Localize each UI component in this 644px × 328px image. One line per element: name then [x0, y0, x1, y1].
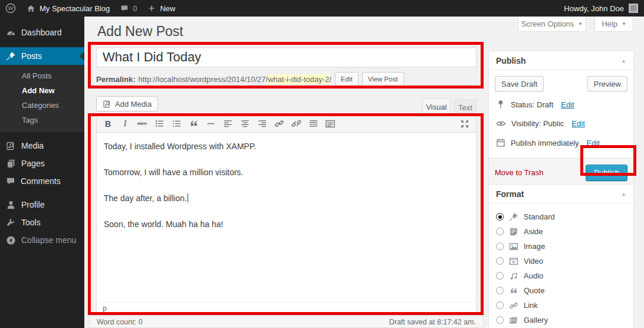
permalink-base-url: http://localhost/wordpress/2014/10/27/: [138, 75, 268, 84]
editor-toolbar: B I ABC: [97, 115, 476, 133]
gallery-icon: [509, 316, 518, 325]
insert-link-button[interactable]: [271, 117, 287, 131]
toolbar-toggle-icon: [325, 119, 336, 129]
permalink-slug[interactable]: what-i-did-today-2: [268, 74, 329, 84]
edit-schedule-link[interactable]: Edit: [587, 139, 600, 147]
view-post-button[interactable]: View Post: [362, 72, 404, 86]
current-menu-arrow: [80, 51, 84, 61]
edit-status-link[interactable]: Edit: [561, 100, 574, 109]
wrench-icon: [6, 218, 16, 228]
format-option-audio[interactable]: Audio: [495, 268, 627, 283]
bulleted-list-button[interactable]: [152, 117, 167, 131]
numbered-list-button[interactable]: [169, 117, 184, 131]
preview-button[interactable]: Preview: [587, 76, 627, 91]
posts-submenu: All Posts Add New Categories Tags: [0, 65, 84, 132]
sidebar-item-media[interactable]: Media: [0, 137, 84, 155]
radio-gallery[interactable]: [496, 316, 504, 324]
user-icon: [6, 200, 16, 210]
sidebar-item-comments[interactable]: Comments: [0, 172, 84, 190]
editor-paragraph: Tomorrow, I will have a million visitors…: [104, 166, 469, 178]
link-icon: [509, 301, 518, 310]
wordpress-logo-menu[interactable]: [0, 0, 21, 17]
site-name-link[interactable]: My Spectacular Blog: [21, 0, 115, 17]
collapse-arrow-icon: [6, 235, 16, 245]
radio-quote[interactable]: [496, 287, 504, 294]
format-option-image[interactable]: Image: [495, 239, 627, 254]
align-left-icon: [223, 119, 233, 129]
submenu-item-tags[interactable]: Tags: [0, 113, 84, 127]
format-option-link[interactable]: Link: [495, 298, 627, 313]
sidebar-item-tools[interactable]: Tools: [0, 214, 84, 231]
strikethrough-button[interactable]: ABC: [134, 117, 150, 131]
submenu-item-all-posts[interactable]: All Posts: [0, 68, 84, 83]
help-button[interactable]: Help ▼: [594, 17, 633, 32]
panel-toggle-icon[interactable]: ▲: [621, 58, 626, 64]
radio-audio[interactable]: [496, 272, 504, 280]
align-center-button[interactable]: [237, 117, 252, 131]
radio-standard[interactable]: [496, 213, 504, 221]
permalink-label: Permalink:: [96, 75, 135, 84]
user-avatar[interactable]: [629, 4, 638, 13]
editor-element-path: p: [97, 302, 476, 314]
add-media-button[interactable]: Add Media: [96, 96, 158, 111]
radio-link[interactable]: [496, 301, 504, 309]
tab-text[interactable]: Text: [454, 99, 477, 115]
publishing-actions: Move to Trash Publish: [489, 158, 633, 186]
editor-paragraph: Today, I installed Wordpress with XAMPP.: [104, 140, 469, 152]
wordpress-admin-screen: My Spectacular Blog 0 New Howdy, John Do…: [0, 0, 644, 328]
post-status-info-bar: Word count: 0 Draft saved at 8:17:42 am.: [89, 316, 484, 328]
toolbar-toggle-button[interactable]: [323, 117, 338, 131]
horizontal-rule-button[interactable]: [203, 117, 218, 131]
unlink-icon: [291, 119, 301, 129]
remove-link-button[interactable]: [288, 117, 304, 131]
publish-button[interactable]: Publish: [586, 165, 627, 181]
permalink-suffix: /: [329, 75, 331, 84]
format-panel-title: Format: [496, 189, 524, 199]
editor-content-area[interactable]: Today, I installed Wordpress with XAMPP.…: [97, 133, 476, 302]
sidebar-item-pages[interactable]: Pages: [0, 155, 84, 172]
format-option-video[interactable]: Video: [495, 254, 627, 268]
comment-bubble-icon: [120, 4, 129, 12]
blockquote-button[interactable]: [186, 117, 201, 131]
radio-video[interactable]: [496, 257, 504, 265]
format-option-quote[interactable]: Quote: [495, 283, 627, 298]
radio-image[interactable]: [496, 242, 504, 250]
bold-button[interactable]: B: [100, 117, 116, 131]
format-panel-header[interactable]: Format ▲: [489, 185, 633, 204]
edit-permalink-button[interactable]: Edit: [335, 72, 359, 86]
sidebar-item-posts[interactable]: Posts: [0, 47, 84, 65]
panel-toggle-icon[interactable]: ▲: [621, 191, 626, 197]
format-option-gallery[interactable]: Gallery: [495, 313, 627, 327]
post-title-input[interactable]: [96, 47, 477, 67]
fullscreen-button[interactable]: [457, 117, 472, 131]
submenu-item-add-new[interactable]: Add New: [0, 83, 84, 98]
horizontal-rule-icon: [206, 119, 216, 129]
screen-options-button[interactable]: Screen Options ▼: [518, 17, 586, 32]
tab-visual[interactable]: Visual: [422, 99, 451, 115]
aside-icon: [509, 227, 518, 237]
format-option-aside[interactable]: Aside: [495, 224, 627, 239]
numbered-list-icon: [172, 119, 182, 129]
howdy-user-menu[interactable]: Howdy, John Doe: [564, 4, 624, 13]
new-content-menu[interactable]: New: [142, 0, 180, 17]
comment-count: 0: [133, 4, 137, 13]
radio-aside[interactable]: [496, 228, 504, 235]
sidebar-item-profile[interactable]: Profile: [0, 196, 84, 214]
sidebar-item-collapse-menu[interactable]: Collapse menu: [0, 231, 84, 249]
plus-icon: [147, 4, 156, 12]
word-count: Word count: 0: [97, 318, 143, 326]
admin-bar: My Spectacular Blog 0 New Howdy, John Do…: [0, 0, 644, 17]
italic-button[interactable]: I: [117, 117, 133, 131]
format-option-standard[interactable]: Standard: [495, 209, 627, 224]
align-left-button[interactable]: [220, 117, 235, 131]
sidebar-item-dashboard[interactable]: Dashboard: [0, 24, 84, 41]
insert-more-tag-button[interactable]: [305, 117, 321, 131]
comments-shortcut[interactable]: 0: [115, 0, 142, 17]
move-to-trash-link[interactable]: Move to Trash: [495, 168, 543, 177]
fullscreen-icon: [460, 119, 469, 129]
align-right-button[interactable]: [254, 117, 270, 131]
publish-panel-header[interactable]: Publish ▲: [489, 51, 633, 70]
save-draft-button[interactable]: Save Draft: [495, 76, 544, 91]
submenu-item-categories[interactable]: Categories: [0, 98, 84, 113]
edit-visibility-link[interactable]: Edit: [571, 119, 584, 128]
